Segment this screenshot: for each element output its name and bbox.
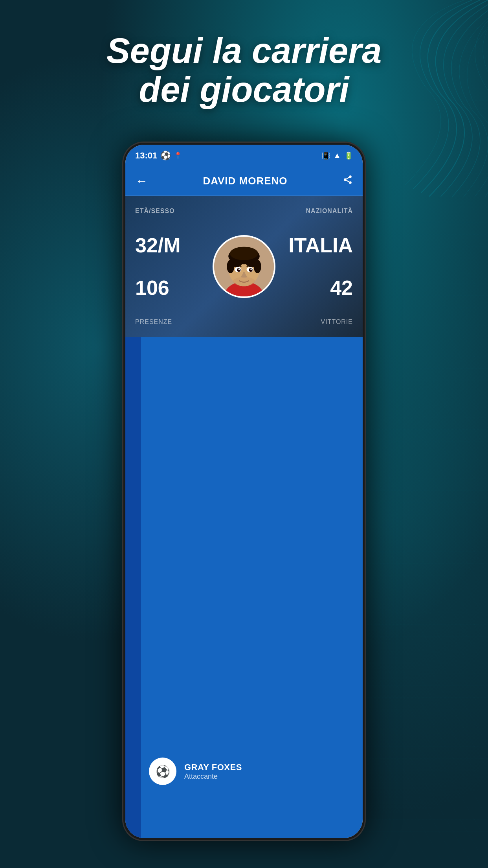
svg-point-1 (344, 178, 347, 181)
svg-point-0 (349, 175, 352, 178)
team1-logo: ⚽ (149, 758, 176, 785)
team1-name: GRAY FOXES (184, 762, 363, 772)
player-face-illustration (214, 237, 274, 296)
svg-point-15 (254, 260, 261, 273)
soccer-ball-icon: ⚽ (160, 151, 171, 161)
svg-text:⚽: ⚽ (156, 765, 171, 779)
vittorie-label: VITTORIE (254, 318, 353, 326)
player-stats-section: ETÀ/SESSO 32/M 106 PRESENZE (125, 196, 363, 337)
player-name-header: DAVID MORENO (203, 175, 287, 187)
scrollable-content[interactable]: ETÀ/SESSO 32/M 106 PRESENZE (125, 196, 363, 838)
svg-point-14 (227, 260, 234, 273)
age-sex-label-container: ETÀ/SESSO (135, 208, 234, 215)
svg-point-22 (233, 277, 255, 286)
status-left: 13:01 ⚽ 📍 (135, 151, 182, 161)
phone-screen: 13:01 ⚽ 📍 📳 ▲ 🔋 ← DAVID MORENO (125, 145, 363, 838)
app-header: ← DAVID MORENO (125, 166, 363, 196)
nationality-label-container: NAZIONALITÀ (254, 208, 353, 215)
svg-point-21 (250, 268, 252, 270)
status-time: 13:01 (135, 151, 157, 161)
svg-line-3 (346, 180, 349, 182)
team1-section: TEAM ⚽ GRAY FOXES Attaccante (125, 337, 363, 838)
share-button[interactable] (343, 175, 353, 188)
battery-icon: 🔋 (344, 151, 353, 160)
svg-point-2 (349, 181, 352, 184)
phone-frame: 13:01 ⚽ 📍 📳 ▲ 🔋 ← DAVID MORENO (122, 142, 366, 841)
svg-point-13 (230, 247, 258, 260)
age-sex-label: ETÀ/SESSO (135, 208, 234, 215)
svg-line-4 (346, 177, 349, 179)
status-bar: 13:01 ⚽ 📍 📳 ▲ 🔋 (125, 145, 363, 166)
nationality-label: NAZIONALITÀ (254, 208, 353, 215)
vibrate-icon: 📳 (321, 151, 330, 160)
svg-point-20 (238, 268, 240, 270)
page-title: Segui la carriera dei giocatori (0, 31, 488, 109)
back-button[interactable]: ← (135, 174, 148, 188)
team1-info: GRAY FOXES Attaccante (184, 762, 363, 781)
wifi-icon: ▲ (333, 151, 341, 160)
presenze-label: PRESENZE (135, 318, 234, 326)
team1-role: Attaccante (184, 772, 363, 781)
location-icon: 📍 (174, 152, 182, 159)
team1-label: TEAM (125, 337, 141, 838)
status-icons: 📳 ▲ 🔋 (321, 151, 353, 160)
player-avatar-container (213, 235, 275, 298)
player-avatar (213, 235, 275, 298)
